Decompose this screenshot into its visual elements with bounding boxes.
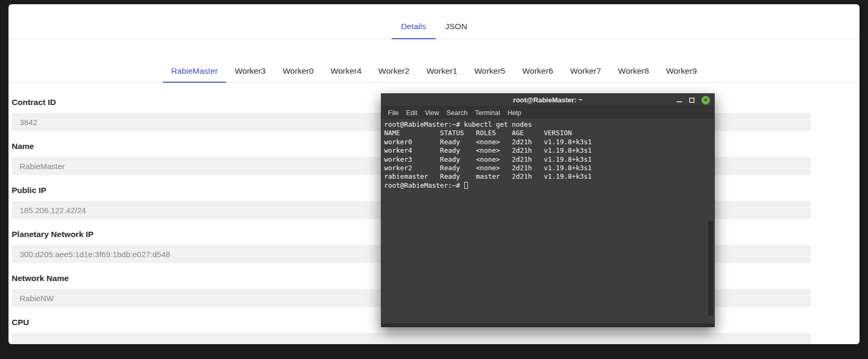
tab-worker5[interactable]: Worker5 <box>466 59 514 82</box>
close-icon[interactable]: × <box>701 96 710 104</box>
tab-worker3[interactable]: Worker3 <box>226 59 274 82</box>
maximize-icon[interactable] <box>689 98 695 103</box>
terminal-output-line: worker0 Ready <none> 2d21h v1.19.8+k3s1 <box>384 138 706 146</box>
terminal-body[interactable]: root@RabieMaster:~# kubectl get nodes NA… <box>381 119 714 323</box>
terminal-output-line: worker2 Ready <none> 2d21h v1.19.8+k3s1 <box>384 164 706 172</box>
menu-help[interactable]: Help <box>504 109 525 117</box>
terminal-scrollbar-thumb[interactable] <box>708 221 713 316</box>
tab-worker1[interactable]: Worker1 <box>418 59 466 82</box>
terminal-cursor <box>464 182 468 189</box>
terminal-output-line: rabiemaster Ready master 2d21h v1.19.8+k… <box>384 172 706 181</box>
tab-details[interactable]: Details <box>392 16 436 39</box>
terminal-window: root@RabieMaster: ~ × File Edit View Sea… <box>381 93 715 327</box>
node-tab-bar: RabieMaster Worker3 Worker0 Worker4 Work… <box>8 39 860 83</box>
menu-view[interactable]: View <box>421 109 443 117</box>
terminal-title: root@RabieMaster: ~ <box>513 96 583 104</box>
terminal-output-line: worker3 Ready <none> 2d21h v1.19.8+k3s1 <box>384 155 706 164</box>
menu-search[interactable]: Search <box>443 109 472 117</box>
tab-worker6[interactable]: Worker6 <box>514 59 561 82</box>
tab-worker4[interactable]: Worker4 <box>322 59 370 82</box>
tab-worker7[interactable]: Worker7 <box>562 59 610 82</box>
tab-worker0[interactable]: Worker0 <box>274 59 322 82</box>
terminal-command-line: root@RabieMaster:~# kubectl get nodes <box>384 120 706 129</box>
terminal-output-line: NAME STATUS ROLES AGE VERSION <box>384 129 706 137</box>
terminal-output-line: worker4 Ready <none> 2d21h v1.19.8+k3s1 <box>384 146 706 155</box>
menu-terminal[interactable]: Terminal <box>471 109 504 117</box>
cpu-input[interactable] <box>12 333 811 344</box>
menu-file[interactable]: File <box>384 109 402 117</box>
terminal-menubar: File Edit View Search Terminal Help <box>381 107 714 119</box>
terminal-titlebar[interactable]: root@RabieMaster: ~ × <box>381 94 714 107</box>
menu-edit[interactable]: Edit <box>402 109 421 117</box>
tab-json[interactable]: JSON <box>436 16 476 39</box>
tab-worker9[interactable]: Worker9 <box>657 59 705 82</box>
tab-rabiemaster[interactable]: RabieMaster <box>163 59 227 83</box>
terminal-prompt: root@RabieMaster:~# <box>384 181 464 189</box>
tab-worker8[interactable]: Worker8 <box>610 59 657 82</box>
minimize-icon[interactable] <box>676 101 682 102</box>
terminal-prompt-line: root@RabieMaster:~# <box>384 181 706 190</box>
terminal-bottom-edge <box>381 323 714 327</box>
view-tab-bar: Details JSON <box>8 4 860 39</box>
tab-worker2[interactable]: Worker2 <box>370 59 418 82</box>
window-controls: × <box>676 94 710 106</box>
